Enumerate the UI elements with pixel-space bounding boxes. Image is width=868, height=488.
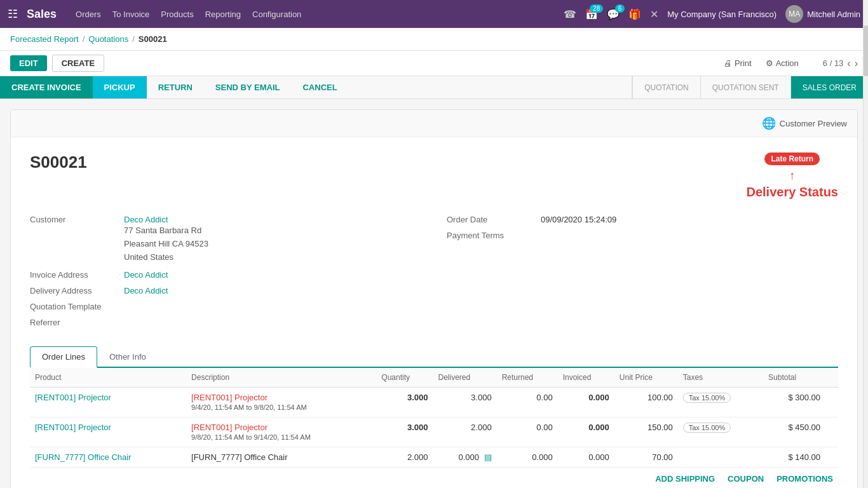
pickup-button[interactable]: PICKUP: [93, 76, 147, 98]
col-unit-price: Unit Price: [614, 368, 678, 388]
col-delivered: Delivered: [433, 368, 497, 388]
nav-configuration[interactable]: Configuration: [252, 10, 301, 19]
delivery-address-value[interactable]: Deco Addict: [124, 286, 168, 295]
nav-to-invoice[interactable]: To Invoice: [112, 10, 150, 19]
promotions-button[interactable]: PROMOTIONS: [776, 474, 833, 484]
row2-invoiced: 0.000: [558, 417, 614, 447]
scrollbar-thumb[interactable]: [864, 25, 868, 76]
prev-button[interactable]: ‹: [847, 58, 850, 69]
calendar-badge: 28: [590, 4, 603, 13]
row3-subtotal: $ 140.00: [763, 447, 825, 468]
document-body: S00021 Late Return ↑ Delivery Status Cus…: [11, 137, 857, 488]
edit-button[interactable]: EDIT: [10, 55, 47, 71]
tabs: Order Lines Other Info: [30, 346, 838, 368]
customer-preview-button[interactable]: 🌐 Customer Preview: [762, 116, 847, 130]
create-button[interactable]: CREATE: [52, 55, 104, 72]
row2-product[interactable]: [RENT001] Projector: [30, 417, 186, 447]
payment-terms-field: Payment Terms: [447, 231, 838, 240]
col-taxes: Taxes: [678, 368, 763, 388]
delivery-arrow: ↑: [746, 169, 838, 182]
row3-invoiced: 0.000: [558, 447, 614, 468]
table-row: [RENT001] Projector [RENT001] Projector …: [30, 417, 838, 447]
scrollbar[interactable]: [863, 0, 868, 488]
invoice-address-value[interactable]: Deco Addict: [124, 270, 168, 280]
coupon-button[interactable]: COUPON: [728, 474, 764, 484]
row2-description: [RENT001] Projector 9/8/20, 11:54 AM to …: [186, 417, 376, 447]
quotation-template-label: Quotation Template: [30, 302, 119, 311]
tab-other-info[interactable]: Other Info: [97, 346, 158, 367]
row3-product[interactable]: [FURN_7777] Office Chair: [30, 447, 186, 468]
nav-orders[interactable]: Orders: [76, 10, 101, 19]
col-product: Product: [30, 368, 186, 388]
table-footer: ADD SHIPPING COUPON PROMOTIONS: [30, 468, 838, 488]
delivery-address-field: Delivery Address Deco Addict: [30, 286, 421, 295]
print-icon: 🖨: [724, 58, 732, 68]
avatar: MA: [785, 5, 803, 23]
row3-unit-price: 70.00: [614, 447, 678, 468]
status-pills: QUOTATION QUOTATION SENT SALES ORDER: [632, 76, 868, 98]
row1-product[interactable]: [RENT001] Projector: [30, 388, 186, 417]
customer-address: 77 Santa Barbara RdPleasant Hill CA 9452…: [124, 224, 208, 264]
next-button[interactable]: ›: [855, 58, 858, 69]
nav-reporting[interactable]: Reporting: [205, 10, 241, 19]
breadcrumb: Forecasted Report / Quotations / S00021: [0, 28, 868, 51]
col-returned: Returned: [497, 368, 558, 388]
breadcrumb-quotations[interactable]: Quotations: [88, 34, 128, 44]
customer-name[interactable]: Deco Addict: [124, 215, 168, 224]
row2-quantity: 3.000: [376, 417, 433, 447]
create-invoice-button[interactable]: CREATE INVOICE: [0, 76, 93, 98]
action-button[interactable]: ⚙ Action: [766, 58, 799, 68]
print-label: Print: [735, 58, 752, 68]
row3-returned: 0.000: [497, 447, 558, 468]
user-menu[interactable]: MA Mitchell Admin: [785, 5, 860, 23]
calendar-icon[interactable]: 📅 28: [585, 8, 598, 20]
phone-icon[interactable]: ☎: [564, 8, 576, 20]
table-row: [FURN_7777] Office Chair [FURN_7777] Off…: [30, 447, 838, 468]
row3-quantity: 2.000: [376, 447, 433, 468]
breadcrumb-current: S00021: [139, 34, 167, 44]
grid-icon[interactable]: ☷: [8, 7, 18, 21]
order-table: Product Description Quantity Delivered R…: [30, 368, 838, 468]
row1-unit-price: 100.00: [614, 388, 678, 417]
close-icon[interactable]: ✕: [650, 8, 658, 20]
status-quotation-sent[interactable]: QUOTATION SENT: [700, 76, 790, 98]
status-quotation[interactable]: QUOTATION: [632, 76, 700, 98]
referrer-field: Referrer: [30, 318, 421, 327]
invoice-address-label: Invoice Address: [30, 270, 119, 280]
late-return-badge: Late Return: [764, 152, 820, 165]
card-header: 🌐 Customer Preview: [11, 110, 857, 137]
tab-order-lines[interactable]: Order Lines: [30, 346, 97, 368]
row1-taxes: Tax 15.00%: [678, 388, 763, 417]
pagination: 6 / 13 ‹ ›: [823, 58, 858, 69]
referrer-label: Referrer: [30, 318, 119, 327]
customer-preview-label: Customer Preview: [780, 119, 847, 128]
row2-returned: 0.00: [497, 417, 558, 447]
add-shipping-button[interactable]: ADD SHIPPING: [655, 474, 715, 484]
send-email-button[interactable]: SEND BY EMAIL: [204, 76, 292, 98]
col-actions: [825, 368, 838, 388]
status-sales-order[interactable]: SALES ORDER: [790, 76, 868, 98]
col-subtotal: Subtotal: [763, 368, 825, 388]
cancel-button[interactable]: CANCEL: [291, 76, 348, 98]
quotation-template-field: Quotation Template: [30, 302, 421, 311]
print-button[interactable]: 🖨 Print: [724, 58, 752, 68]
company-name: My Company (San Francisco): [667, 10, 776, 19]
row1-quantity: 3.000: [376, 388, 433, 417]
main-content: 🌐 Customer Preview S00021 Late Return ↑ …: [0, 99, 868, 488]
action-label: Action: [776, 58, 799, 68]
top-navigation: ☷ Sales Orders To Invoice Products Repor…: [0, 0, 868, 28]
nav-products[interactable]: Products: [161, 10, 193, 19]
col-invoiced: Invoiced: [558, 368, 614, 388]
row2-subtotal: $ 450.00: [763, 417, 825, 447]
chat-icon[interactable]: 💬 6: [607, 8, 620, 20]
action-bar: CREATE INVOICE PICKUP RETURN SEND BY EMA…: [0, 76, 868, 99]
gift-icon[interactable]: 🎁: [628, 8, 641, 20]
brand-logo: Sales: [27, 8, 57, 21]
breadcrumb-forecasted[interactable]: Forecasted Report: [10, 34, 79, 44]
col-description: Description: [186, 368, 376, 388]
row1-description: [RENT001] Projector 9/4/20, 11:54 AM to …: [186, 388, 376, 417]
order-date-label: Order Date: [447, 215, 536, 224]
row3-delivered: 0.000 ▤: [433, 447, 497, 468]
return-button[interactable]: RETURN: [147, 76, 204, 98]
chart-icon[interactable]: ▤: [484, 452, 492, 462]
